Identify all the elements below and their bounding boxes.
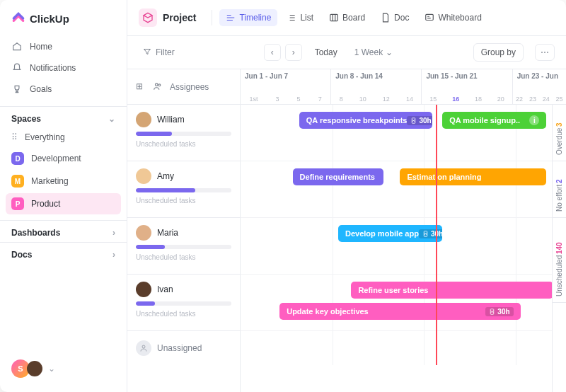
project-title: Project	[163, 12, 196, 23]
dashboards-header[interactable]: Dashboards ›	[0, 220, 127, 242]
sidetab-overdue[interactable]: Overdue 3	[553, 105, 566, 161]
spaces-header[interactable]: Spaces ⌄	[0, 106, 127, 128]
nav-label: Notifications	[30, 63, 76, 73]
sidetab-noeffort[interactable]: No effort 2	[553, 161, 566, 218]
space-label: Marketing	[31, 176, 69, 186]
tab-label: Whiteboard	[438, 13, 481, 23]
assignee-amy[interactable]: Amy	[136, 168, 231, 184]
unscheduled-label: Unscheduled tasks	[136, 253, 231, 261]
week-label: Jun 8 - Jun 14	[335, 72, 417, 80]
task-bar-qa-mobile[interactable]: QA mobile signup.. i	[442, 112, 546, 129]
expand-icon: ⊞	[136, 81, 147, 93]
space-everything[interactable]: ⠿ Everything	[6, 128, 121, 146]
capacity-bar	[136, 301, 231, 306]
filter-button[interactable]: Filter	[139, 45, 179, 61]
task-label: Update key objectives	[287, 307, 369, 316]
nav-goals[interactable]: Goals	[6, 79, 121, 99]
week-block: Jun 23 - Jun 22232425	[513, 69, 566, 104]
document-icon	[381, 13, 391, 23]
assignee-ivan[interactable]: Ivan	[136, 282, 231, 297]
task-label: QA mobile signup..	[449, 116, 520, 125]
sidetab-count: 2	[555, 179, 563, 183]
sidebar: ClickUp Home Notifications Goals Spaces …	[0, 0, 127, 392]
section-title: Dashboards	[11, 228, 60, 238]
user-avatar[interactable]	[27, 361, 42, 376]
assignee-name-label: William	[157, 115, 185, 125]
chevron-right-icon: ›	[112, 250, 115, 260]
today-button[interactable]: Today	[309, 45, 343, 60]
task-bar-refine[interactable]: Refine user stories	[351, 282, 553, 299]
timeline-row: Refine user stories Update key objective…	[241, 275, 566, 331]
timeline-row: Develop mobile app 30h	[241, 218, 566, 275]
tab-board[interactable]: Board	[323, 9, 371, 26]
task-label: Estimation planning	[407, 173, 481, 181]
task-bar-qa-breakpoints[interactable]: QA responsive breakpoints 30h	[299, 112, 433, 129]
svg-point-2	[156, 83, 158, 86]
task-label: QA responsive breakpoints	[306, 116, 408, 125]
nav-notifications[interactable]: Notifications	[6, 58, 121, 78]
groupby-button[interactable]: Group by	[473, 43, 524, 62]
space-marketing[interactable]: M Marketing	[6, 171, 121, 192]
whiteboard-icon	[424, 13, 434, 23]
chevron-down-icon: ⌄	[108, 114, 115, 124]
assignee-name-label: Amy	[157, 171, 174, 181]
docs-header[interactable]: Docs ›	[0, 242, 127, 264]
tab-list[interactable]: List	[280, 9, 320, 26]
week-block: Jun 1 - Jun 7 1st357	[241, 69, 331, 104]
assignees-header[interactable]: ⊞ Assignees	[127, 69, 240, 105]
task-bar-update-obj[interactable]: Update key objectives 30h	[279, 303, 520, 320]
filter-label: Filter	[156, 47, 175, 57]
assignee-row: Maria Unscheduled tasks	[127, 218, 240, 275]
board-icon	[329, 13, 339, 23]
sidetab-unscheduled[interactable]: Unscheduled 140	[553, 218, 566, 303]
people-icon	[153, 81, 164, 93]
avatar	[136, 112, 151, 127]
assignee-row: Amy Unscheduled tasks	[127, 161, 240, 218]
prev-button[interactable]: ‹	[264, 44, 281, 61]
date-header: Jun 1 - Jun 7 1st357 Jun 8 - Jun 14 8101…	[241, 69, 566, 105]
assignee-row: Ivan Unscheduled tasks	[127, 275, 240, 331]
assignee-column: ⊞ Assignees William Unscheduled tasks A	[127, 69, 241, 392]
timeline-icon	[226, 13, 236, 23]
unscheduled-label: Unscheduled tasks	[136, 140, 231, 148]
assignee-william[interactable]: William	[136, 112, 231, 127]
task-label: Define requirements	[300, 173, 375, 181]
dots-icon: ⋯	[541, 47, 549, 57]
nav-home[interactable]: Home	[6, 37, 121, 57]
side-tabs: Overdue 3 No effort 2 Unscheduled 140	[552, 105, 566, 392]
space-product[interactable]: P Product	[6, 193, 121, 214]
timeline-body: QA responsive breakpoints 30h QA mobile …	[241, 105, 566, 365]
week-block: Jun 15 - Jun 21 15161820	[422, 69, 512, 104]
tab-whiteboard[interactable]: Whiteboard	[418, 9, 487, 26]
grid-icon: ⠿	[11, 132, 18, 142]
tab-label: Doc	[394, 13, 409, 23]
brand-logo[interactable]: ClickUp	[0, 8, 127, 37]
capacity-bar	[136, 245, 231, 249]
task-bar-estimation[interactable]: Estimation planning	[400, 168, 546, 185]
nav-label: Goals	[30, 84, 52, 94]
tab-label: List	[300, 13, 313, 23]
week-block: Jun 8 - Jun 14 8101214	[331, 69, 422, 104]
project-toolbar: Project Timeline List Board Doc Whiteboa…	[127, 0, 566, 36]
svg-rect-0	[330, 14, 338, 21]
list-icon	[287, 13, 296, 23]
project-cube-icon	[139, 8, 157, 27]
today-marker	[436, 105, 437, 365]
task-bar-define-req[interactable]: Define requirements	[293, 168, 384, 185]
capacity-bar	[136, 132, 231, 136]
avatar	[136, 168, 151, 184]
avatar	[136, 282, 151, 297]
assignee-maria[interactable]: Maria	[136, 225, 231, 241]
assignee-name-label: Ivan	[157, 284, 173, 294]
space-development[interactable]: D Development	[6, 148, 121, 169]
next-button[interactable]: ›	[285, 44, 302, 61]
range-selector[interactable]: 1 Week ⌄	[350, 45, 397, 60]
assignee-row: William Unscheduled tasks	[127, 105, 240, 161]
more-button[interactable]: ⋯	[535, 44, 555, 61]
home-icon	[11, 41, 23, 52]
assignee-unassigned[interactable]: Unassigned	[127, 331, 240, 365]
task-bar-dev-mobile[interactable]: Develop mobile app 30h	[338, 225, 442, 242]
tab-doc[interactable]: Doc	[374, 9, 415, 26]
tab-timeline[interactable]: Timeline	[219, 9, 277, 26]
week-label: Jun 1 - Jun 7	[245, 72, 326, 80]
